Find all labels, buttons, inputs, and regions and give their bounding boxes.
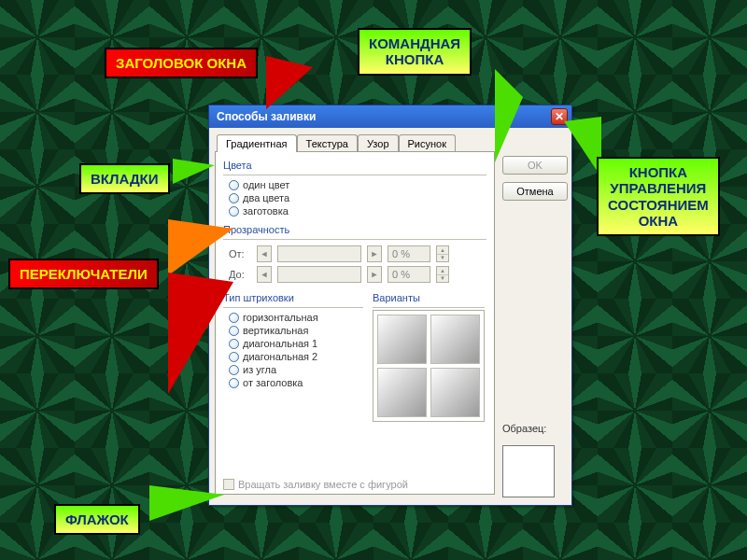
- arrow-checkbox: [149, 485, 224, 521]
- callout-radios: ПЕРЕКЛЮЧАТЕЛИ: [8, 259, 159, 289]
- transparency-from-row: От: ◄ ► 0 % ▲▼: [229, 245, 486, 262]
- tab-texture[interactable]: Текстура: [297, 134, 358, 152]
- cancel-button[interactable]: Отмена: [502, 182, 568, 201]
- callout-title: ЗАГОЛОВОК ОКНА: [105, 48, 258, 78]
- group-colors-title: Цвета: [223, 160, 486, 171]
- slider-right-button[interactable]: ►: [367, 266, 382, 283]
- sample-label: Образец:: [502, 423, 568, 434]
- radio-icon: [229, 180, 239, 190]
- radio-label: заготовка: [243, 205, 289, 217]
- arrow-title: [266, 56, 313, 109]
- radio-diag1[interactable]: диагональная 1: [229, 338, 363, 349]
- rotate-checkbox[interactable]: [223, 479, 234, 490]
- spin-buttons[interactable]: ▲▼: [436, 245, 449, 262]
- radio-label: два цвета: [243, 192, 289, 203]
- arrow-window-state: [564, 117, 601, 177]
- transparency-from-slider[interactable]: [277, 245, 361, 262]
- variant-swatch[interactable]: [430, 368, 480, 417]
- sample-preview: [502, 445, 555, 497]
- radio-label: диагональная 1: [243, 338, 317, 349]
- slider-left-button[interactable]: ◄: [257, 266, 272, 283]
- transparency-from-value[interactable]: 0 %: [388, 245, 430, 262]
- variant-swatch[interactable]: [377, 368, 427, 417]
- radio-one-color[interactable]: один цвет: [229, 179, 486, 190]
- callout-command-button: КОМАНДНАЯ КНОПКА: [358, 28, 472, 76]
- dialog-window: Способы заливки ✕ Градиентная Текстура У…: [208, 105, 572, 506]
- group-hatching-title: Тип штриховки: [223, 292, 363, 303]
- slider-left-button[interactable]: ◄: [257, 245, 272, 262]
- radio-diag2[interactable]: диагональная 2: [229, 351, 363, 362]
- callout-checkbox: ФЛАЖОК: [54, 504, 140, 535]
- radio-label: из угла: [243, 364, 276, 375]
- radio-label: вертикальная: [243, 325, 308, 336]
- arrow-radios-1: [168, 219, 233, 275]
- transparency-to-slider[interactable]: [277, 266, 361, 283]
- radio-horizontal[interactable]: горизонтальная: [229, 312, 363, 323]
- tab-gradient[interactable]: Градиентная: [217, 134, 297, 152]
- tab-pattern[interactable]: Узор: [358, 134, 399, 152]
- tab-pane: Цвета один цвет два цвета заготовка Проз…: [215, 151, 495, 495]
- window-title: Способы заливки: [217, 110, 316, 123]
- radio-two-colors[interactable]: два цвета: [229, 192, 486, 203]
- variant-swatch[interactable]: [430, 315, 480, 364]
- rotate-checkbox-label: Вращать заливку вместе с фигурой: [238, 479, 408, 490]
- group-variants-title: Варианты: [373, 292, 485, 303]
- radio-vertical[interactable]: вертикальная: [229, 325, 363, 336]
- radio-preset[interactable]: заготовка: [229, 205, 486, 217]
- transparency-to-row: До: ◄ ► 0 % ▲▼: [229, 266, 486, 283]
- callout-window-state: КНОПКА УПРАВЛЕНИЯ СОСТОЯНИЕМ ОКНА: [597, 157, 720, 236]
- radio-icon: [229, 206, 239, 217]
- radio-label: от заголовка: [243, 377, 303, 388]
- radio-label: один цвет: [243, 179, 289, 190]
- arrow-command-button: [495, 69, 523, 162]
- spin-buttons[interactable]: ▲▼: [436, 266, 449, 283]
- close-icon: ✕: [555, 111, 564, 122]
- arrow-radios-2: [168, 273, 233, 394]
- slider-right-button[interactable]: ►: [367, 245, 382, 262]
- arrow-tabs: [173, 159, 215, 184]
- callout-tabs: ВКЛАДКИ: [79, 163, 170, 194]
- radio-from-title[interactable]: от заголовка: [229, 377, 363, 388]
- tab-picture[interactable]: Рисунок: [399, 134, 457, 152]
- radio-icon: [229, 193, 239, 203]
- radio-corner[interactable]: из угла: [229, 364, 363, 375]
- group-transparency-title: Прозрачность: [223, 224, 486, 235]
- radio-label: горизонтальная: [243, 312, 318, 323]
- transparency-to-value[interactable]: 0 %: [388, 266, 430, 283]
- variant-swatch[interactable]: [377, 315, 427, 364]
- radio-label: диагональная 2: [243, 351, 317, 362]
- variants-preview[interactable]: [373, 310, 485, 422]
